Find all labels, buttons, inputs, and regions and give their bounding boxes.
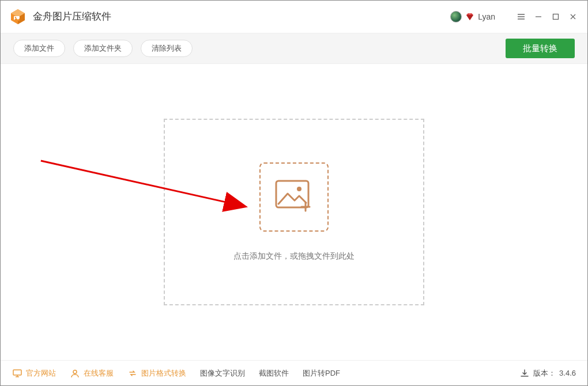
menu-button[interactable]	[512, 8, 530, 25]
svg-point-7	[73, 370, 77, 373]
screenshot-link[interactable]: 截图软件	[259, 368, 289, 379]
format-convert-label: 图片格式转换	[141, 368, 186, 379]
title-bar: 金舟图片压缩软件 Lyan	[1, 1, 587, 33]
convert-icon	[127, 368, 138, 379]
image-add-icon	[274, 179, 314, 215]
add-folder-button[interactable]: 添加文件夹	[73, 40, 133, 57]
app-logo-icon	[9, 7, 27, 26]
minimize-button[interactable]	[530, 8, 547, 25]
headset-icon	[70, 368, 80, 379]
official-site-link[interactable]: 官方网站	[12, 368, 56, 379]
clear-list-button[interactable]: 清除列表	[141, 40, 193, 57]
dropzone-icon-box	[259, 162, 329, 232]
svg-rect-6	[13, 370, 21, 375]
batch-convert-button[interactable]: 批量转换	[506, 39, 575, 58]
svg-rect-2	[553, 14, 559, 19]
img-to-pdf-link[interactable]: 图片转PDF	[303, 368, 340, 379]
format-convert-link[interactable]: 图片格式转换	[127, 368, 186, 379]
window-controls	[512, 8, 582, 25]
img-to-pdf-label: 图片转PDF	[303, 368, 340, 379]
download-icon	[519, 368, 530, 379]
user-area[interactable]: Lyan	[450, 11, 495, 22]
footer: 官方网站 在线客服 图片格式转换 图像文字识别 截图软件 图片转PDF	[1, 360, 587, 385]
maximize-button[interactable]	[547, 8, 564, 25]
ocr-link[interactable]: 图像文字识别	[200, 368, 245, 379]
online-service-label: 在线客服	[84, 368, 114, 379]
dropzone[interactable]: 点击添加文件，或拖拽文件到此处	[164, 119, 424, 305]
user-name: Lyan	[478, 12, 495, 21]
version-value: 3.4.6	[559, 369, 576, 377]
toolbar: 添加文件 添加文件夹 清除列表 批量转换	[1, 33, 587, 64]
version-label: 版本：	[533, 368, 556, 379]
screenshot-label: 截图软件	[259, 368, 289, 379]
add-file-button[interactable]: 添加文件	[13, 40, 65, 57]
svg-point-1	[15, 17, 16, 18]
avatar	[450, 11, 462, 22]
ocr-label: 图像文字识别	[200, 368, 245, 379]
version-info: 版本： 3.4.6	[519, 368, 576, 379]
close-button[interactable]	[564, 8, 582, 25]
official-site-label: 官方网站	[26, 368, 56, 379]
app-title: 金舟图片压缩软件	[33, 10, 111, 23]
svg-point-4	[297, 187, 301, 191]
svg-rect-3	[276, 181, 308, 207]
app-window: 金舟图片压缩软件 Lyan 添加文件 添加文件夹	[0, 0, 588, 386]
vip-gem-icon	[465, 12, 474, 21]
monitor-icon	[12, 368, 22, 379]
dropzone-hint: 点击添加文件，或拖拽文件到此处	[233, 251, 355, 262]
main-area: 点击添加文件，或拖拽文件到此处	[1, 64, 587, 360]
online-service-link[interactable]: 在线客服	[70, 368, 114, 379]
